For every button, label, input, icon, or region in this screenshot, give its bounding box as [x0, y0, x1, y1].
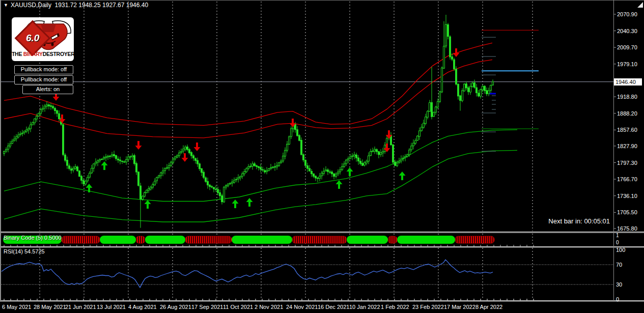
time-axis-label: 24 Nov 2021 [286, 304, 318, 310]
time-axis-label: 8 Apr 2022 [475, 304, 502, 310]
time-axis-label: 26 Aug 2021 [160, 304, 191, 310]
time-axis-label: 28 May 2021 [34, 304, 66, 310]
logo-title: THE BINARYDESTROYER [12, 51, 74, 57]
logo-version: 6.0 [26, 33, 39, 44]
time-axis-label: 17 Sep 2021 [191, 304, 223, 310]
symbol-ohlc-text: XAUUSD,Daily 1931.72 1948.25 1927.67 194… [11, 2, 148, 9]
rsi-axis-label: 70 [616, 262, 622, 268]
price-axis-label: 1675.80 [617, 225, 637, 232]
time-axis-label: 23 Feb 2022 [412, 304, 444, 310]
rsi-axis-label: 0 [616, 296, 619, 302]
price-axis-label: 1827.90 [617, 143, 637, 149]
price-axis-label: 1857.60 [617, 127, 637, 133]
price-axis-label: 1888.20 [617, 110, 637, 117]
price-axis-label: 1979.10 [617, 61, 637, 67]
pullback-mode-button-2[interactable]: Pullback mode: off [14, 75, 73, 84]
binary-destroyer-logo: 6.0 THE BINARYDESTROYER [12, 17, 74, 61]
time-axis-label: 13 Jul 2021 [97, 304, 126, 310]
price-axis-label: 1766.70 [617, 176, 637, 182]
chart-header: ▼XAUUSD,Daily 1931.72 1948.25 1927.67 19… [4, 2, 148, 9]
price-axis-label: 1797.30 [617, 160, 637, 166]
chart-canvas[interactable] [0, 0, 644, 313]
alerts-button[interactable]: Alerts: on [22, 85, 73, 94]
rsi-axis-label: 30 [616, 281, 622, 288]
time-axis-label: 21 Jun 2021 [65, 304, 96, 310]
time-axis-label: 11 Oct 2021 [223, 304, 253, 310]
binary-axis-label: 0 [616, 240, 619, 245]
time-axis-label: 16 Dec 2021 [318, 304, 349, 310]
time-axis-label: 10 Jan 2022 [349, 304, 380, 310]
binary-code-indicator-label: Binary Code (5) 0.5000 [4, 235, 62, 241]
next-bar-countdown: Next bar in: 00:05:01 [548, 217, 610, 225]
pullback-mode-button-1[interactable]: Pullback mode: off [14, 65, 73, 74]
time-axis-label: 4 Aug 2021 [128, 304, 157, 310]
current-price-tag: 1946.40 [614, 78, 642, 86]
price-axis-label: 1918.80 [617, 94, 637, 100]
logo-the: THE [12, 51, 22, 57]
time-axis-label: 6 May 2021 [2, 304, 31, 310]
price-axis-label: 2040.30 [617, 28, 637, 34]
rsi-indicator-label: RSI(14) 54.5725 [4, 248, 45, 254]
price-axis-label: 1705.50 [617, 209, 637, 215]
mt4-chart-window: ▼XAUUSD,Daily 1931.72 1948.25 1927.67 19… [0, 0, 644, 313]
time-axis-label: 2 Nov 2021 [255, 304, 283, 310]
time-axis-label: 17 Mar 2022 [444, 304, 475, 310]
price-axis-label: 2070.90 [617, 11, 637, 17]
rsi-axis-label: 100 [616, 247, 625, 253]
scroll-marker-icon[interactable] [637, 2, 643, 8]
logo-destroyer: DESTROYER [43, 51, 75, 57]
time-axis-label: 1 Feb 2022 [381, 304, 409, 310]
price-axis-label: 2009.70 [617, 44, 637, 50]
price-axis-label: 1736.10 [617, 193, 637, 199]
chevron-down-icon[interactable]: ▼ [4, 3, 8, 8]
logo-binary: BINARY [23, 51, 43, 57]
binary-axis-label: 1 [616, 233, 619, 238]
